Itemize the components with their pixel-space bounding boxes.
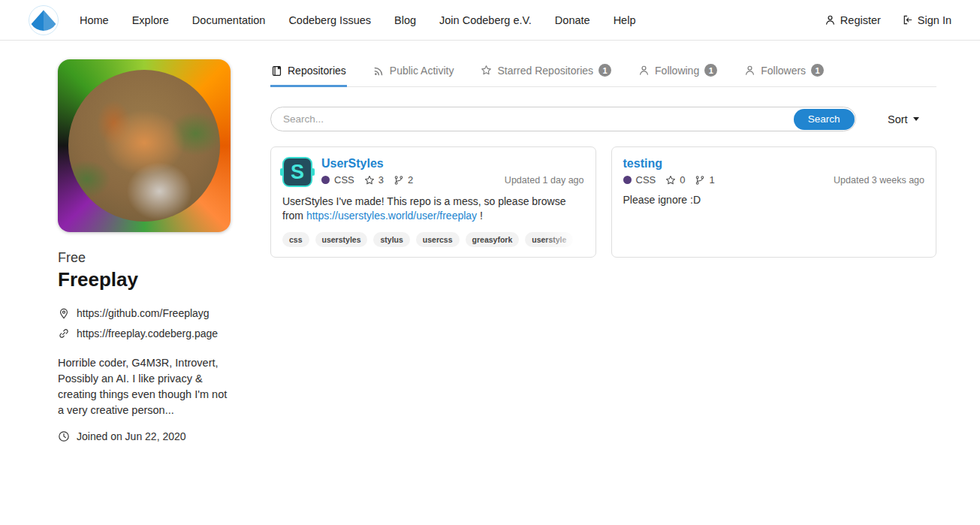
profile-meta: https://github.com/Freeplayg https://fre… [58, 307, 231, 339]
tab-label: Public Activity [390, 65, 454, 77]
tab-starred-repositories[interactable]: Starred Repositories 1 [480, 59, 612, 87]
codeberg-logo-icon[interactable] [29, 5, 59, 35]
language-label: CSS [636, 174, 656, 186]
nav-item-join-codeberg[interactable]: Join Codeberg e.V. [439, 14, 532, 26]
tab-followers[interactable]: Followers 1 [743, 59, 825, 87]
git-branch-icon [695, 175, 705, 186]
language-dot [623, 176, 632, 184]
topic-pill[interactable]: usercss [416, 232, 460, 247]
fork-count-value: 1 [709, 174, 714, 186]
nav-item-donate[interactable]: Donate [555, 14, 590, 26]
avatar-fox-photo [68, 70, 220, 222]
person-icon [825, 14, 836, 26]
search-input[interactable] [271, 107, 792, 131]
sign-in-label: Sign In [918, 14, 951, 26]
main-nav: Home Explore Documentation Codeberg Issu… [80, 14, 635, 26]
tab-label: Followers [761, 65, 806, 77]
clock-icon [58, 430, 70, 442]
sort-label: Sort [888, 113, 908, 125]
star-icon [481, 65, 492, 76]
repo-head-main: testing CSS 0 [623, 157, 925, 186]
repo-card-head: testing CSS 0 [623, 157, 925, 186]
tab-label: Starred Repositories [497, 65, 593, 77]
star-count-value: 3 [378, 174, 384, 186]
rss-icon [373, 65, 384, 77]
repo-card-userstyles: S UserStyles CSS 3 [270, 146, 596, 258]
joined-text: Joined on Jun 22, 2020 [77, 430, 186, 442]
fork-count[interactable]: 2 [394, 174, 413, 186]
repo-icon [271, 65, 282, 77]
register-button[interactable]: Register [825, 14, 881, 26]
topic-pill[interactable]: cascading-style-sheets [579, 232, 583, 247]
topic-pill[interactable]: css [282, 232, 309, 247]
fork-count[interactable]: 1 [695, 174, 714, 186]
repo-updated: Updated 1 day ago [505, 175, 584, 186]
display-name: Free [58, 250, 231, 266]
sign-in-button[interactable]: Sign In [902, 14, 951, 26]
language-label: CSS [334, 174, 354, 186]
repo-name-link[interactable]: UserStyles [321, 157, 584, 170]
profile-page: Free Freeplay https://github.com/Freepla… [0, 41, 980, 442]
fork-count-value: 2 [408, 174, 413, 186]
repo-description: Please ignore :D [623, 193, 925, 207]
nav-auth-area: Register Sign In [825, 14, 951, 26]
star-icon [665, 175, 676, 186]
top-navbar: Home Explore Documentation Codeberg Issu… [0, 0, 980, 41]
nav-item-home[interactable]: Home [80, 14, 109, 26]
repo-name-link[interactable]: testing [623, 157, 925, 170]
nav-item-blog[interactable]: Blog [394, 14, 416, 26]
search-button[interactable]: Search [794, 109, 855, 130]
avatar[interactable] [58, 59, 231, 232]
sign-in-icon [902, 14, 913, 26]
git-branch-icon [394, 175, 404, 186]
chevron-down-icon [913, 117, 919, 121]
topic-pill[interactable]: userstyle [525, 232, 573, 247]
location-text[interactable]: https://github.com/Freeplayg [77, 307, 210, 319]
tab-repositories[interactable]: Repositories [270, 60, 347, 87]
tab-label: Following [655, 65, 699, 77]
language-dot [321, 176, 330, 184]
tab-following[interactable]: Following 1 [638, 59, 718, 87]
person-icon [744, 65, 755, 76]
tab-count-badge: 1 [599, 64, 611, 77]
nav-item-documentation[interactable]: Documentation [192, 14, 266, 26]
profile-tabs: Repositories Public Activity Starred Rep… [270, 59, 936, 87]
star-count-value: 0 [680, 174, 685, 186]
topic-pill[interactable]: userstyles [315, 232, 368, 247]
register-label: Register [840, 14, 881, 26]
star-icon [364, 175, 375, 186]
nav-item-help[interactable]: Help [614, 14, 636, 26]
tab-count-badge: 1 [704, 64, 717, 77]
nav-item-codeberg-issues[interactable]: Codeberg Issues [288, 14, 371, 26]
repo-meta-row: CSS 3 2 [321, 174, 584, 186]
star-count[interactable]: 0 [665, 174, 685, 186]
profile-main: Repositories Public Activity Starred Rep… [270, 59, 936, 442]
tab-public-activity[interactable]: Public Activity [372, 60, 455, 87]
website-link[interactable]: https://freeplay.codeberg.page [77, 327, 218, 339]
repo-description: UserStyles I've made! This repo is a mes… [282, 195, 584, 223]
location-pin-icon [58, 307, 70, 319]
star-count[interactable]: 3 [364, 174, 384, 186]
profile-bio: Horrible coder, G4M3R, Introvert, Possib… [58, 355, 231, 418]
repo-updated: Updated 3 weeks ago [834, 175, 924, 186]
desc-text-after: ! [480, 210, 483, 222]
stylus-s-letter: S [291, 162, 304, 183]
username: Freeplay [58, 268, 231, 291]
repo-search-row: Search Sort [270, 107, 936, 131]
repo-meta-row: CSS 0 1 [623, 174, 925, 186]
repo-card-testing: testing CSS 0 [611, 146, 937, 258]
link-icon [58, 327, 70, 339]
topic-pill[interactable]: greasyfork [466, 232, 520, 247]
repo-head-main: UserStyles CSS 3 [321, 157, 584, 187]
topic-tags: css userstyles stylus usercss greasyfork… [282, 232, 584, 247]
topic-pill[interactable]: stylus [373, 232, 409, 247]
tab-label: Repositories [288, 65, 346, 77]
repo-avatar-stylus[interactable]: S [282, 157, 312, 187]
joined-row: Joined on Jun 22, 2020 [58, 430, 231, 442]
location-row: https://github.com/Freeplayg [58, 307, 231, 319]
repo-search-box: Search [270, 107, 856, 131]
desc-link[interactable]: https://userstyles.world/user/freeplay [306, 210, 477, 222]
repo-card-head: S UserStyles CSS 3 [282, 157, 584, 187]
sort-dropdown[interactable]: Sort [888, 113, 919, 125]
nav-item-explore[interactable]: Explore [132, 14, 169, 26]
